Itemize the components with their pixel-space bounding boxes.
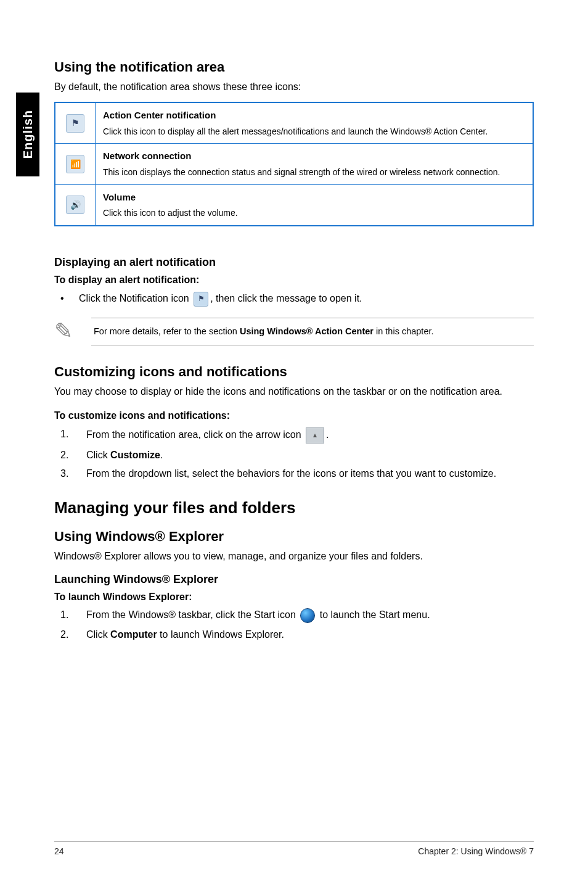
launch-step2-bold: Computer	[110, 629, 157, 640]
customize-step3: From the dropdown list, select the behav…	[86, 467, 534, 481]
list-item: 1. From the Windows® taskbar, click the …	[54, 608, 534, 623]
subheading-to-display-alert: To display an alert notification:	[54, 273, 534, 287]
bullet-mark: •	[54, 292, 79, 307]
customize-step1: From the notification area, click on the…	[86, 427, 534, 444]
arrow-up-icon: ▴	[306, 427, 324, 444]
page-number: 24	[54, 846, 64, 857]
note-prefix: For more details, refer to the section	[94, 326, 240, 336]
list-item: 1. From the notification area, click on …	[54, 427, 534, 444]
heading-notification-area: Using the notification area	[54, 58, 534, 76]
list-item: 2. Click Customize.	[54, 448, 534, 462]
note-text: For more details, refer to the section U…	[91, 318, 534, 346]
language-tab-label: English	[20, 110, 36, 159]
heading-managing: Managing your files and folders	[54, 497, 534, 519]
note-block: ✎ For more details, refer to the section…	[54, 318, 534, 346]
alert-bullet-suffix: , then click the message to open it.	[210, 293, 362, 303]
alert-bullet-prefix: Click the Notification icon	[79, 293, 192, 303]
step-number: 2.	[54, 448, 86, 462]
action-center-desc: Click this icon to display all the alert…	[103, 126, 488, 136]
action-center-title: Action Center notification	[103, 109, 525, 122]
customize-step2-suffix: .	[160, 450, 163, 460]
launch-step2-suffix: to launch Windows Explorer.	[157, 629, 284, 640]
action-center-icon-cell: ⚑	[55, 102, 96, 144]
volume-icon-cell: 🔊	[55, 184, 96, 226]
pen-icon: ✎	[54, 318, 81, 342]
network-desc: This icon displays the connection status…	[103, 167, 500, 177]
customize-steps: 1. From the notification area, click on …	[54, 427, 534, 480]
customize-step1-prefix: From the notification area, click on the…	[86, 429, 304, 440]
launch-step2-prefix: Click	[86, 629, 110, 640]
launch-step1-suffix: to launch the Start menu.	[317, 610, 430, 621]
list-item: 2. Click Computer to launch Windows Expl…	[54, 628, 534, 642]
notification-area-intro: By default, the notification area shows …	[54, 80, 534, 94]
flag-icon: ⚑	[66, 114, 84, 133]
speaker-icon: 🔊	[66, 196, 84, 214]
subheading-to-customize: To customize icons and notifications:	[54, 409, 534, 423]
customize-step2-prefix: Click	[86, 450, 110, 460]
customizing-intro: You may choose to display or hide the ic…	[54, 385, 534, 398]
volume-title: Volume	[103, 191, 525, 204]
subheading-to-launch: To launch Windows Explorer:	[54, 590, 534, 604]
using-explorer-intro: Windows® Explorer allows you to view, ma…	[54, 550, 534, 563]
action-center-cell: Action Center notification Click this ic…	[96, 102, 534, 144]
heading-using-explorer: Using Windows® Explorer	[54, 527, 534, 546]
table-row: ⚑ Action Center notification Click this …	[55, 102, 533, 144]
list-item: 3. From the dropdown list, select the be…	[54, 467, 534, 481]
step-number: 1.	[54, 427, 86, 444]
launch-step1: From the Windows® taskbar, click the Sta…	[86, 608, 534, 623]
language-tab: English	[16, 93, 39, 176]
customize-step2-bold: Customize	[110, 450, 160, 460]
network-title: Network connection	[103, 150, 525, 162]
network-icon: 📶	[66, 155, 84, 173]
heading-alert-notification: Displaying an alert notification	[54, 255, 534, 270]
note-bold: Using Windows® Action Center	[240, 326, 374, 336]
heading-customizing: Customizing icons and notifications	[54, 363, 534, 381]
launch-steps: 1. From the Windows® taskbar, click the …	[54, 608, 534, 642]
alert-bullet-text: Click the Notification icon ⚑, then clic…	[79, 292, 534, 307]
step-number: 1.	[54, 608, 86, 623]
launch-step2: Click Computer to launch Windows Explore…	[86, 628, 534, 642]
network-icon-cell: 📶	[55, 144, 96, 184]
network-cell: Network connection This icon displays th…	[96, 144, 534, 184]
start-orb-icon	[300, 608, 315, 623]
heading-launching-explorer: Launching Windows® Explorer	[54, 572, 534, 587]
notification-icons-table: ⚑ Action Center notification Click this …	[54, 102, 534, 226]
customize-step2: Click Customize.	[86, 448, 534, 462]
chapter-label: Chapter 2: Using Windows® 7	[418, 846, 534, 857]
table-row: 🔊 Volume Click this icon to adjust the v…	[55, 184, 533, 226]
step-number: 2.	[54, 628, 86, 642]
page-footer: 24 Chapter 2: Using Windows® 7	[54, 841, 534, 857]
launch-step1-prefix: From the Windows® taskbar, click the Sta…	[86, 610, 298, 621]
volume-desc: Click this icon to adjust the volume.	[103, 208, 238, 218]
customize-step1-suffix: .	[326, 429, 329, 440]
volume-cell: Volume Click this icon to adjust the vol…	[96, 184, 534, 226]
step-number: 3.	[54, 467, 86, 481]
flag-icon: ⚑	[194, 292, 208, 307]
note-suffix: in this chapter.	[374, 326, 434, 336]
alert-bullet: • Click the Notification icon ⚑, then cl…	[54, 292, 534, 307]
table-row: 📶 Network connection This icon displays …	[55, 144, 533, 184]
